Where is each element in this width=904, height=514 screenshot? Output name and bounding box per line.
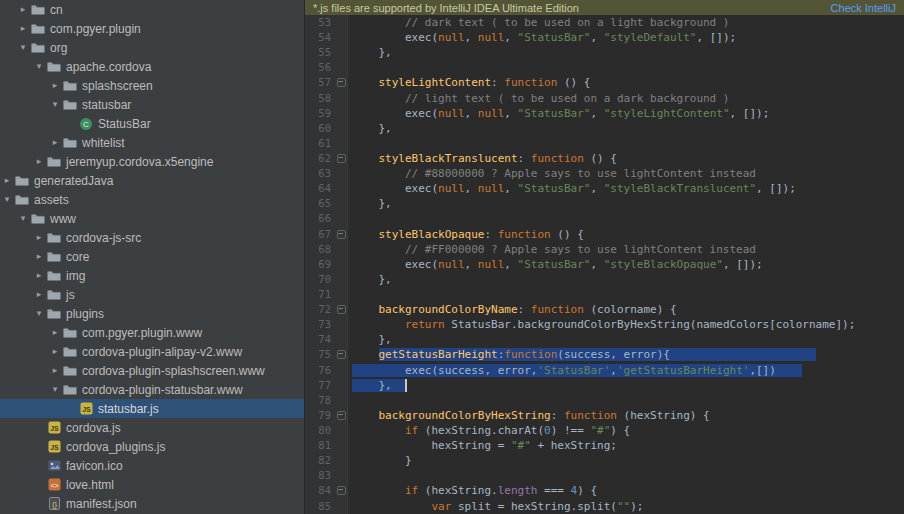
chevron-collapsed-icon[interactable]: ▸	[48, 76, 62, 95]
code-text[interactable]: exec(null, null, "StatusBar", "styleDefa…	[348, 30, 736, 45]
code-line: 82 }	[305, 453, 904, 468]
tree-item-cordova-js-src[interactable]: ▸cordova-js-src	[0, 228, 304, 247]
tree-item-label: cordova-plugin-statusbar.www	[82, 383, 243, 397]
tree-item-statusbar-js[interactable]: JSstatusbar.js	[0, 399, 304, 418]
tree-item-cordova-plugin-alipay-v2-www[interactable]: ▸cordova-plugin-alipay-v2.www	[0, 342, 304, 361]
code-text[interactable]	[348, 211, 352, 226]
code-text[interactable]: },	[348, 272, 392, 287]
js-icon: JS	[78, 401, 94, 417]
code-text[interactable]: if (hexString.length === 4) {	[348, 483, 597, 498]
chevron-collapsed-icon[interactable]: ▸	[32, 228, 46, 247]
tree-item-love-html[interactable]: <>love.html	[0, 475, 304, 494]
tree-item-cordova-js[interactable]: JScordova.js	[0, 418, 304, 437]
tree-item-cordova-plugin-splashscreen-www[interactable]: ▸cordova-plugin-splashscreen.www	[0, 361, 304, 380]
fold-marker-icon[interactable]: −	[335, 227, 348, 242]
chevron-collapsed-icon[interactable]: ▸	[32, 247, 46, 266]
code-text[interactable]: return StatusBar.backgroundColorByHexStr…	[348, 317, 855, 332]
chevron-collapsed-icon[interactable]: ▸	[16, 19, 30, 38]
code-text[interactable]: },	[348, 45, 392, 60]
tree-item-cn[interactable]: ▸cn	[0, 0, 304, 19]
chevron-collapsed-icon[interactable]: ▸	[0, 171, 14, 190]
code-editor[interactable]: 53 // dark text ( to be used on a light …	[305, 15, 904, 514]
code-text[interactable]: backgroundColorByName: function (colorna…	[348, 302, 677, 317]
code-text[interactable]	[348, 393, 352, 408]
code-text[interactable]: if (hexString.charAt(0) !== "#") {	[348, 423, 630, 438]
code-text[interactable]: styleLightContent: function () {	[348, 75, 590, 90]
tree-item-favicon-ico[interactable]: favicon.ico	[0, 456, 304, 475]
chevron-collapsed-icon[interactable]: ▸	[32, 152, 46, 171]
code-text[interactable]: },	[348, 332, 392, 347]
tree-item-generatedjava[interactable]: ▸generatedJava	[0, 171, 304, 190]
code-text[interactable]: // #88000000 ? Apple says to use lightCo…	[348, 166, 756, 181]
tree-item-jeremyup-cordova-x5engine[interactable]: ▸jeremyup.cordova.x5engine	[0, 152, 304, 171]
fold-marker-icon[interactable]: −	[335, 151, 348, 166]
class-icon: C	[78, 116, 94, 132]
fold-marker-icon[interactable]: −	[335, 408, 348, 423]
code-text[interactable]: exec(null, null, "StatusBar", "styleLigh…	[348, 106, 769, 121]
chevron-collapsed-icon[interactable]: ▸	[48, 342, 62, 361]
tree-item-assets[interactable]: ▾assets	[0, 190, 304, 209]
code-text[interactable]: styleBlackOpaque: function () {	[348, 227, 584, 242]
fold-marker-icon[interactable]: −	[335, 483, 348, 498]
tree-item-core[interactable]: ▸core	[0, 247, 304, 266]
code-text[interactable]: var split = hexString.split("");	[348, 499, 643, 514]
tree-item-apache-cordova[interactable]: ▾apache.cordova	[0, 57, 304, 76]
tree-item-statusbar[interactable]: ▾statusbar	[0, 95, 304, 114]
chevron-expanded-icon[interactable]: ▾	[16, 38, 30, 57]
code-text[interactable]	[348, 60, 352, 75]
chevron-expanded-icon[interactable]: ▾	[0, 190, 14, 209]
chevron-expanded-icon[interactable]: ▾	[48, 95, 62, 114]
code-text[interactable]: backgroundColorByHexString: function (he…	[348, 408, 710, 423]
code-text[interactable]	[348, 136, 352, 151]
tree-item-com-pgyer-plugin-www[interactable]: ▸com.pgyer.plugin.www	[0, 323, 304, 342]
tree-item-manifest-json[interactable]: {}manifest.json	[0, 494, 304, 513]
code-text[interactable]: // dark text ( to be used on a light bac…	[348, 15, 730, 30]
chevron-expanded-icon[interactable]: ▾	[32, 304, 46, 323]
tree-item-cordova-plugin-statusbar-www[interactable]: ▾cordova-plugin-statusbar.www	[0, 380, 304, 399]
project-tree[interactable]: ▸cn▸com.pgyer.plugin▾org▾apache.cordova▸…	[0, 0, 305, 514]
chevron-collapsed-icon[interactable]: ▸	[32, 266, 46, 285]
code-text[interactable]: // light text ( to be used on a dark bac…	[348, 91, 730, 106]
folder-icon	[46, 154, 62, 170]
chevron-expanded-icon[interactable]: ▾	[48, 380, 62, 399]
fold-marker-icon[interactable]: −	[335, 347, 348, 362]
tree-item-plugins[interactable]: ▾plugins	[0, 304, 304, 323]
tree-item-label: org	[50, 41, 67, 55]
tree-item-img[interactable]: ▸img	[0, 266, 304, 285]
tree-item-org[interactable]: ▾org	[0, 38, 304, 57]
code-text[interactable]: exec(null, null, "StatusBar", "styleBlac…	[348, 257, 763, 272]
code-text[interactable]: styleBlackTranslucent: function () {	[348, 151, 617, 166]
code-text[interactable]: hexString = "#" + hexString;	[348, 438, 617, 453]
line-number: 69	[305, 257, 335, 272]
tree-item-js[interactable]: ▸js	[0, 285, 304, 304]
fold-marker-icon[interactable]: −	[335, 302, 348, 317]
tree-item-splashscreen[interactable]: ▸splashscreen	[0, 76, 304, 95]
chevron-collapsed-icon[interactable]: ▸	[16, 0, 30, 19]
chevron-collapsed-icon[interactable]: ▸	[48, 133, 62, 152]
code-line: 67− styleBlackOpaque: function () {	[305, 227, 904, 242]
code-text[interactable]: exec(success, error,'StatusBar','getStat…	[348, 363, 802, 378]
chevron-collapsed-icon[interactable]: ▸	[32, 285, 46, 304]
tree-item-www[interactable]: ▾www	[0, 209, 304, 228]
banner-link[interactable]: Check IntelliJ	[831, 2, 896, 14]
code-text[interactable]: // #FF000000 ? Apple says to use lightCo…	[348, 242, 756, 257]
tree-item-cordova-plugins-js[interactable]: JScordova_plugins.js	[0, 437, 304, 456]
line-number: 68	[305, 242, 335, 257]
code-line: 83	[305, 468, 904, 483]
code-text[interactable]	[348, 468, 352, 483]
code-text[interactable]: },	[348, 196, 392, 211]
code-text[interactable]	[348, 287, 352, 302]
tree-item-whitelist[interactable]: ▸whitelist	[0, 133, 304, 152]
chevron-expanded-icon[interactable]: ▾	[32, 57, 46, 76]
code-text[interactable]: }	[348, 453, 412, 468]
chevron-collapsed-icon[interactable]: ▸	[48, 361, 62, 380]
code-text[interactable]: exec(null, null, "StatusBar", "styleBlac…	[348, 181, 796, 196]
tree-item-com-pgyer-plugin[interactable]: ▸com.pgyer.plugin	[0, 19, 304, 38]
code-text[interactable]: },	[348, 121, 392, 136]
code-text[interactable]: getStatusBarHeight:function(success, err…	[348, 347, 816, 362]
tree-item-statusbar[interactable]: CStatusBar	[0, 114, 304, 133]
code-text[interactable]: },	[348, 378, 407, 393]
fold-marker-icon[interactable]: −	[335, 75, 348, 90]
chevron-expanded-icon[interactable]: ▾	[16, 209, 30, 228]
chevron-collapsed-icon[interactable]: ▸	[48, 323, 62, 342]
